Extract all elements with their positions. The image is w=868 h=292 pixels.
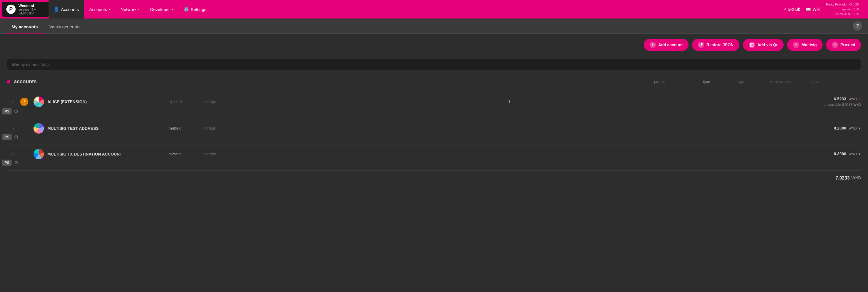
github-icon: ⑂: [784, 7, 786, 11]
warn-badge-alice: !: [19, 98, 30, 106]
wiki-label: Wiki: [812, 7, 820, 11]
star-alice[interactable]: ☆: [7, 99, 19, 105]
balance-main-value-multisig-tx: 0.3000: [834, 151, 846, 156]
toolbar: + Add account ↺ Restore JSON ⊞ Add via Q…: [0, 33, 868, 56]
section-dot-icon: [7, 80, 10, 84]
table-row: ☆ MULTISIG TEST ADDRESS multisig no tags…: [7, 119, 861, 145]
col-header-tags: tags: [737, 80, 744, 84]
account-type-multisig-test: multisig: [169, 126, 204, 130]
multisig-button[interactable]: + Multisig: [787, 39, 823, 51]
account-tags-multisig-tx: no tags: [204, 152, 238, 156]
balance-wnd-alice: WND: [849, 97, 857, 101]
account-type-multisig-tx: sr25519: [169, 152, 204, 156]
multisig-icon: +: [793, 41, 799, 48]
star-multisig-tx[interactable]: ☆: [7, 151, 19, 157]
actions-multisig-test: ➤ send ⋮ PS ⚙: [7, 134, 19, 141]
balance-arrow-alice: ▲: [858, 97, 861, 101]
help-button[interactable]: ?: [853, 21, 862, 31]
nav-accounts-active-label: Accounts: [61, 7, 79, 12]
balance-wnd-multisig-tx: WND: [849, 152, 857, 156]
total-wnd: WND: [851, 175, 861, 181]
account-balance-alice: 6.5233 WND ▲ transferrable 6.5233 WND: [780, 96, 861, 108]
nav-developer-label: Developer: [150, 7, 169, 12]
settings-icon-multisig-tx[interactable]: ⚙: [14, 159, 19, 166]
col-header-parent: parent: [654, 80, 665, 84]
account-name-alice: ALICE (EXTENSION): [48, 99, 128, 104]
developer-arrow: ▾: [172, 8, 173, 11]
balance-arrow-multisig-test: ▼: [858, 127, 861, 130]
settings-gear-icon: ⚙️: [184, 7, 189, 12]
balance-main-value-multisig-test: 0.2000: [834, 126, 846, 130]
wiki-link[interactable]: 📖 Wiki: [806, 7, 820, 11]
add-account-button[interactable]: + Add account: [644, 39, 688, 51]
nav-accounts-menu-label: Accounts: [89, 7, 107, 12]
nav-item-accounts-menu[interactable]: Accounts ▾: [84, 0, 116, 19]
brand-version: version 49 ▾: [19, 8, 36, 11]
brand-logo: P: [6, 5, 16, 14]
balance-wnd-multisig-test: WND: [849, 126, 857, 130]
col-header-type: type: [703, 80, 710, 84]
account-balance-multisig-test: 0.2000 WND ▼: [780, 125, 861, 131]
nav-item-developer[interactable]: Developer ▾: [145, 0, 178, 19]
nav-item-settings[interactable]: ⚙️ Settings: [178, 0, 212, 19]
filter-input[interactable]: [7, 59, 861, 70]
account-txn-alice: 4: [238, 99, 780, 104]
ps-badge-multisig-tx[interactable]: PS: [2, 159, 11, 166]
tab-vanity-generator[interactable]: Vanity generator: [43, 20, 87, 33]
wiki-icon: 📖: [806, 7, 811, 11]
tab-my-accounts[interactable]: My accounts: [6, 20, 43, 33]
github-label: GitHub: [788, 7, 800, 11]
nav-right: ⑂ GitHub 📖 Wiki Parity Polkadot v0.8.29 …: [784, 2, 866, 17]
brand-name: Westend: [19, 3, 36, 8]
qr-icon: ⊞: [749, 41, 755, 48]
accounts-menu-arrow: ▾: [108, 8, 110, 11]
nav-items: 👤 Accounts Accounts ▾ Network ▾ Develope…: [49, 0, 784, 19]
balance-main-value-alice: 6.5233: [834, 96, 846, 101]
actions-multisig-tx: ➤ send ⋮ PS ⚙: [7, 159, 19, 166]
total-row: 7.0233 WND: [7, 171, 861, 185]
brand-block: #4,646,934: [19, 11, 36, 15]
avatar-alice: [30, 96, 48, 107]
ps-badge-alice[interactable]: PS: [2, 108, 11, 115]
total-value: 7.0233: [836, 175, 850, 181]
proxied-button[interactable]: + Proxied: [826, 39, 861, 51]
account-type-alice: injected: [169, 99, 204, 104]
table-row: ☆ ! ALICE (EXTENSION) injected no tags 4…: [7, 92, 861, 119]
network-arrow: ▾: [138, 8, 140, 11]
section-header: accounts parent type tags transactions b…: [7, 79, 861, 87]
balance-sub-alice: transferrable 6.5233 WND: [780, 102, 861, 108]
section-title: accounts: [14, 79, 37, 85]
add-account-icon: +: [650, 41, 656, 48]
nav-item-network[interactable]: Network ▾: [115, 0, 145, 19]
nav-settings-label: Settings: [191, 7, 206, 12]
account-name-multisig-tx: MULTISIG TX DESTINATION ACCOUNT: [48, 152, 128, 156]
version-line2: api v4.0.1-9: [826, 7, 859, 12]
balance-arrow-multisig-tx: ▼: [858, 152, 861, 156]
account-tags-multisig-test: no tags: [204, 126, 238, 130]
actions-alice: ➤ send ⋮ PS ⚙: [7, 108, 19, 115]
tabs-bar: My accounts Vanity generator ?: [0, 19, 868, 33]
balance-transferrable-alice: 6.5233: [842, 103, 853, 107]
col-header-balances: balances: [811, 80, 827, 84]
star-multisig-test[interactable]: ☆: [7, 125, 19, 131]
version-info: Parity Polkadot v0.8.29 api v4.0.1-9 app…: [826, 2, 861, 17]
restore-json-button[interactable]: ↺ Restore JSON: [692, 39, 739, 51]
table-row: ☆ MULTISIG TX DESTINATION ACCOUNT sr2551…: [7, 145, 861, 171]
account-tags-alice: no tags: [204, 99, 238, 104]
account-name-multisig-test: MULTISIG TEST ADDRESS: [48, 126, 128, 131]
nav-network-label: Network: [121, 7, 136, 12]
settings-icon-multisig-test[interactable]: ⚙: [14, 134, 19, 140]
version-line3: apps v0.82.2-15: [826, 11, 859, 17]
account-balance-multisig-tx: 0.3000 WND ▼: [780, 151, 861, 157]
github-link[interactable]: ⑂ GitHub: [784, 7, 800, 11]
nav-item-accounts-active[interactable]: 👤 Accounts: [49, 0, 84, 19]
add-via-qr-button[interactable]: ⊞ Add via Qr: [743, 39, 784, 51]
restore-json-icon: ↺: [698, 41, 704, 48]
accounts-active-icon: 👤: [54, 7, 59, 12]
top-nav: P Westend version 49 ▾ #4,646,934 👤 Acco…: [0, 0, 868, 19]
avatar-multisig-test: [30, 123, 48, 134]
version-line1: Parity Polkadot v0.8.29: [826, 2, 859, 7]
settings-icon-alice[interactable]: ⚙: [14, 108, 19, 115]
ps-badge-multisig-test[interactable]: PS: [2, 134, 11, 140]
brand-block[interactable]: P Westend version 49 ▾ #4,646,934: [2, 2, 49, 17]
